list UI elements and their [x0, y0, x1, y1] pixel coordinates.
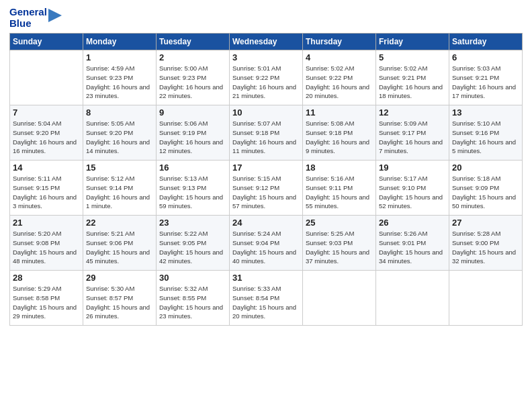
day-number: 16	[159, 163, 226, 173]
day-info: Sunrise: 5:26 AMSunset: 9:01 PMDaylight:…	[379, 229, 446, 266]
day-info: Sunrise: 5:10 AMSunset: 9:16 PMDaylight:…	[452, 119, 519, 156]
day-info: Sunrise: 5:03 AMSunset: 9:21 PMDaylight:…	[452, 64, 519, 101]
day-info: Sunrise: 5:04 AMSunset: 9:20 PMDaylight:…	[13, 119, 80, 156]
weekday-header-wednesday: Wednesday	[230, 34, 303, 50]
logo-graphic: General Blue	[9, 7, 62, 29]
calendar-cell: 14Sunrise: 5:11 AMSunset: 9:15 PMDayligh…	[10, 161, 83, 216]
day-number: 11	[306, 107, 373, 118]
weekday-header-thursday: Thursday	[303, 34, 376, 50]
day-info: Sunrise: 5:22 AMSunset: 9:05 PMDaylight:…	[159, 229, 226, 266]
calendar-cell: 5Sunrise: 5:02 AMSunset: 9:21 PMDaylight…	[376, 50, 449, 105]
day-info: Sunrise: 5:20 AMSunset: 9:08 PMDaylight:…	[13, 229, 80, 266]
calendar-cell	[303, 271, 376, 326]
calendar-cell: 12Sunrise: 5:09 AMSunset: 9:17 PMDayligh…	[376, 105, 449, 161]
svg-marker-0	[48, 9, 62, 22]
day-number: 9	[159, 107, 226, 118]
day-number: 25	[306, 218, 373, 228]
day-info: Sunrise: 5:21 AMSunset: 9:06 PMDaylight:…	[86, 229, 153, 266]
day-number: 2	[159, 52, 226, 62]
day-number: 30	[159, 273, 226, 283]
day-info: Sunrise: 5:33 AMSunset: 8:54 PMDaylight:…	[232, 284, 300, 321]
calendar-cell: 18Sunrise: 5:16 AMSunset: 9:11 PMDayligh…	[303, 161, 376, 216]
day-number: 10	[232, 107, 300, 118]
day-info: Sunrise: 5:11 AMSunset: 9:15 PMDaylight:…	[13, 174, 80, 211]
day-number: 7	[13, 107, 80, 118]
day-info: Sunrise: 5:16 AMSunset: 9:11 PMDaylight:…	[306, 174, 373, 211]
calendar-cell: 7Sunrise: 5:04 AMSunset: 9:20 PMDaylight…	[10, 105, 83, 161]
day-number: 1	[86, 52, 153, 62]
day-number: 17	[232, 163, 300, 173]
day-number: 19	[379, 163, 446, 173]
week-row-1: 1Sunrise: 4:59 AMSunset: 9:23 PMDaylight…	[10, 50, 523, 105]
day-number: 31	[232, 273, 300, 283]
weekday-header-sunday: Sunday	[10, 34, 83, 50]
week-row-2: 7Sunrise: 5:04 AMSunset: 9:20 PMDaylight…	[10, 105, 523, 161]
day-info: Sunrise: 5:12 AMSunset: 9:14 PMDaylight:…	[86, 174, 153, 211]
day-info: Sunrise: 5:01 AMSunset: 9:22 PMDaylight:…	[232, 64, 300, 101]
calendar-cell: 15Sunrise: 5:12 AMSunset: 9:14 PMDayligh…	[83, 161, 157, 216]
day-info: Sunrise: 5:07 AMSunset: 9:18 PMDaylight:…	[232, 119, 300, 156]
calendar-cell: 27Sunrise: 5:28 AMSunset: 9:00 PMDayligh…	[449, 216, 523, 271]
day-info: Sunrise: 5:02 AMSunset: 9:21 PMDaylight:…	[379, 64, 446, 101]
day-info: Sunrise: 5:30 AMSunset: 8:57 PMDaylight:…	[86, 284, 153, 321]
day-info: Sunrise: 5:28 AMSunset: 9:00 PMDaylight:…	[452, 229, 519, 266]
day-info: Sunrise: 5:05 AMSunset: 9:20 PMDaylight:…	[86, 119, 153, 156]
calendar-cell: 20Sunrise: 5:18 AMSunset: 9:09 PMDayligh…	[449, 161, 523, 216]
header: General Blue	[9, 7, 523, 29]
calendar-cell: 4Sunrise: 5:02 AMSunset: 9:22 PMDaylight…	[303, 50, 376, 105]
day-info: Sunrise: 5:09 AMSunset: 9:17 PMDaylight:…	[379, 119, 446, 156]
calendar-cell	[449, 271, 523, 326]
calendar-table: SundayMondayTuesdayWednesdayThursdayFrid…	[9, 33, 523, 326]
calendar-cell: 21Sunrise: 5:20 AMSunset: 9:08 PMDayligh…	[10, 216, 83, 271]
day-number: 28	[13, 273, 80, 283]
day-info: Sunrise: 5:24 AMSunset: 9:04 PMDaylight:…	[232, 229, 300, 266]
day-number: 24	[232, 218, 300, 228]
day-number: 13	[452, 107, 519, 118]
week-row-5: 28Sunrise: 5:29 AMSunset: 8:58 PMDayligh…	[10, 271, 523, 326]
calendar-cell: 2Sunrise: 5:00 AMSunset: 9:23 PMDaylight…	[157, 50, 230, 105]
calendar-cell: 16Sunrise: 5:13 AMSunset: 9:13 PMDayligh…	[157, 161, 230, 216]
calendar-cell: 6Sunrise: 5:03 AMSunset: 9:21 PMDaylight…	[449, 50, 523, 105]
day-number: 22	[86, 218, 153, 228]
day-info: Sunrise: 5:13 AMSunset: 9:13 PMDaylight:…	[159, 174, 226, 211]
calendar-cell: 19Sunrise: 5:17 AMSunset: 9:10 PMDayligh…	[376, 161, 449, 216]
calendar-cell: 23Sunrise: 5:22 AMSunset: 9:05 PMDayligh…	[157, 216, 230, 271]
day-number: 18	[306, 163, 373, 173]
weekday-header-saturday: Saturday	[449, 34, 523, 50]
calendar-cell: 30Sunrise: 5:32 AMSunset: 8:55 PMDayligh…	[157, 271, 230, 326]
day-info: Sunrise: 5:25 AMSunset: 9:03 PMDaylight:…	[306, 229, 373, 266]
weekday-header-friday: Friday	[376, 34, 449, 50]
day-number: 3	[232, 52, 300, 62]
day-info: Sunrise: 5:08 AMSunset: 9:18 PMDaylight:…	[306, 119, 373, 156]
day-number: 12	[379, 107, 446, 118]
day-info: Sunrise: 5:00 AMSunset: 9:23 PMDaylight:…	[159, 64, 226, 101]
week-row-3: 14Sunrise: 5:11 AMSunset: 9:15 PMDayligh…	[10, 161, 523, 216]
day-number: 15	[86, 163, 153, 173]
calendar-container: General Blue SundayMondayTuesdayWednesda…	[0, 0, 532, 331]
calendar-cell: 22Sunrise: 5:21 AMSunset: 9:06 PMDayligh…	[83, 216, 157, 271]
day-info: Sunrise: 4:59 AMSunset: 9:23 PMDaylight:…	[86, 64, 153, 101]
calendar-cell: 3Sunrise: 5:01 AMSunset: 9:22 PMDaylight…	[230, 50, 303, 105]
day-info: Sunrise: 5:02 AMSunset: 9:22 PMDaylight:…	[306, 64, 373, 101]
day-info: Sunrise: 5:18 AMSunset: 9:09 PMDaylight:…	[452, 174, 519, 211]
calendar-cell: 31Sunrise: 5:33 AMSunset: 8:54 PMDayligh…	[230, 271, 303, 326]
day-number: 4	[306, 52, 373, 62]
calendar-cell: 24Sunrise: 5:24 AMSunset: 9:04 PMDayligh…	[230, 216, 303, 271]
calendar-cell	[10, 50, 83, 105]
calendar-cell: 28Sunrise: 5:29 AMSunset: 8:58 PMDayligh…	[10, 271, 83, 326]
weekday-header-monday: Monday	[83, 34, 157, 50]
calendar-cell: 11Sunrise: 5:08 AMSunset: 9:18 PMDayligh…	[303, 105, 376, 161]
day-number: 27	[452, 218, 519, 228]
day-number: 29	[86, 273, 153, 283]
calendar-cell: 25Sunrise: 5:25 AMSunset: 9:03 PMDayligh…	[303, 216, 376, 271]
logo-text-block: General Blue	[9, 7, 47, 29]
day-info: Sunrise: 5:29 AMSunset: 8:58 PMDaylight:…	[13, 284, 80, 321]
calendar-cell: 17Sunrise: 5:15 AMSunset: 9:12 PMDayligh…	[230, 161, 303, 216]
day-number: 5	[379, 52, 446, 62]
day-number: 26	[379, 218, 446, 228]
calendar-cell: 8Sunrise: 5:05 AMSunset: 9:20 PMDaylight…	[83, 105, 157, 161]
calendar-cell: 10Sunrise: 5:07 AMSunset: 9:18 PMDayligh…	[230, 105, 303, 161]
calendar-cell: 26Sunrise: 5:26 AMSunset: 9:01 PMDayligh…	[376, 216, 449, 271]
logo-chevron-icon	[48, 9, 62, 22]
day-number: 6	[452, 52, 519, 62]
